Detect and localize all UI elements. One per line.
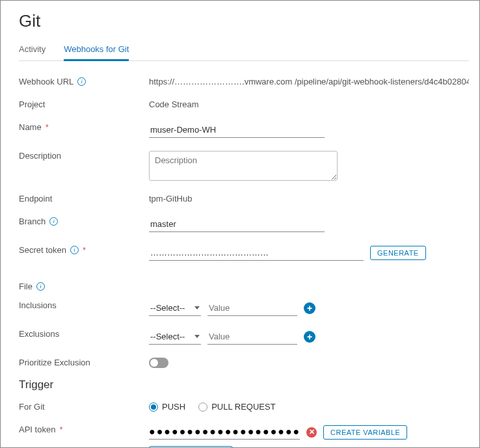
label-for-git: For Git <box>19 399 149 412</box>
name-input[interactable] <box>149 122 325 138</box>
inclusions-select[interactable]: --Select-- <box>149 300 201 316</box>
radio-pull-request-label: PULL REQUEST <box>211 402 276 412</box>
add-inclusion-button[interactable]: + <box>304 302 315 314</box>
label-secret-token: Secret token i * <box>19 243 149 255</box>
label-file: File i <box>19 279 149 291</box>
select-value: --Select-- <box>150 332 185 341</box>
label-name: Name * <box>19 120 149 132</box>
info-icon[interactable]: i <box>49 217 58 226</box>
create-variable-button[interactable]: CREATE VARIABLE <box>323 425 407 440</box>
chevron-down-icon <box>194 335 200 338</box>
api-token-input[interactable] <box>149 425 300 440</box>
select-value: --Select-- <box>150 303 185 313</box>
radio-push[interactable]: PUSH <box>149 402 185 412</box>
value-webhook-url: https://…………………….vmware.com /pipeline/ap… <box>149 74 469 86</box>
tabs: Activity Webhooks for Git <box>19 40 469 61</box>
value-project: Code Stream <box>149 97 469 109</box>
prioritize-exclusion-toggle[interactable] <box>149 358 168 368</box>
label-webhook-url: Webhook URL i <box>19 74 149 86</box>
tab-activity[interactable]: Activity <box>19 40 46 60</box>
section-trigger: Trigger <box>19 378 469 391</box>
radio-push-label: PUSH <box>162 402 185 412</box>
info-icon[interactable]: i <box>36 282 45 291</box>
label-endpoint: Endpoint <box>19 191 149 204</box>
branch-input[interactable] <box>149 217 325 232</box>
page-title: Git <box>19 11 469 31</box>
chevron-down-icon <box>194 306 200 310</box>
inclusions-value-input[interactable] <box>207 300 297 316</box>
value-endpoint: tpm-GitHub <box>149 191 469 204</box>
label-description: Description <box>19 148 149 161</box>
exclusions-select[interactable]: --Select-- <box>149 329 201 345</box>
exclusions-value-input[interactable] <box>207 329 297 345</box>
label-exclusions: Exclusions <box>19 326 149 339</box>
description-textarea[interactable] <box>149 151 338 181</box>
label-api-token: API token * <box>19 422 149 434</box>
info-icon[interactable]: i <box>77 77 86 86</box>
label-project: Project <box>19 97 149 109</box>
info-icon[interactable]: i <box>70 246 79 254</box>
error-icon: ✕ <box>306 427 317 438</box>
label-inclusions: Inclusions <box>19 298 149 310</box>
secret-token-input[interactable] <box>149 245 364 261</box>
label-prioritize-exclusion: Prioritize Exclusion <box>19 355 149 367</box>
generate-button[interactable]: GENERATE <box>370 246 426 260</box>
radio-pull-request[interactable]: PULL REQUEST <box>198 402 276 412</box>
label-branch: Branch i <box>19 214 149 226</box>
tab-webhooks-for-git[interactable]: Webhooks for Git <box>64 40 129 61</box>
add-exclusion-button[interactable]: + <box>304 331 315 343</box>
